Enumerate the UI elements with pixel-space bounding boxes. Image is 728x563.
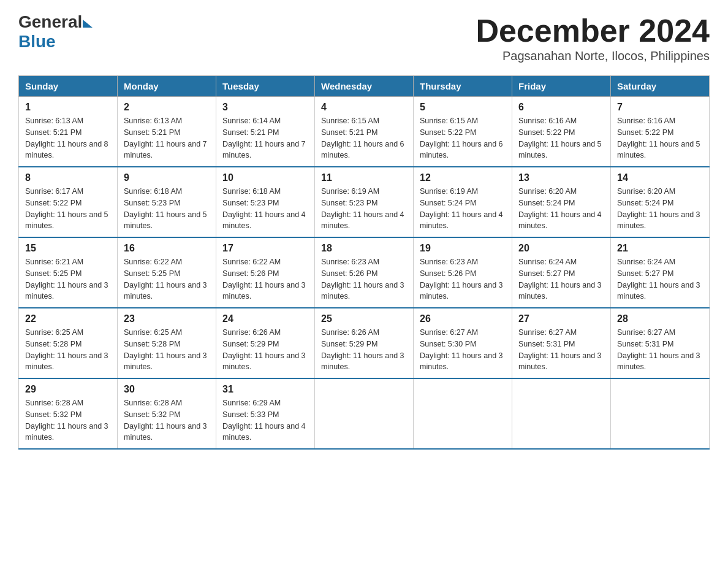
- calendar-cell: 27Sunrise: 6:27 AMSunset: 5:31 PMDayligh…: [512, 308, 611, 378]
- day-info: Sunrise: 6:16 AMSunset: 5:22 PMDaylight:…: [518, 115, 604, 161]
- day-info: Sunrise: 6:28 AMSunset: 5:32 PMDaylight:…: [124, 397, 210, 443]
- calendar-table: SundayMondayTuesdayWednesdayThursdayFrid…: [18, 75, 710, 450]
- day-info: Sunrise: 6:15 AMSunset: 5:22 PMDaylight:…: [420, 115, 506, 161]
- day-info: Sunrise: 6:22 AMSunset: 5:25 PMDaylight:…: [124, 256, 210, 302]
- calendar-cell: 29Sunrise: 6:28 AMSunset: 5:32 PMDayligh…: [19, 378, 118, 449]
- day-number: 19: [420, 243, 506, 254]
- calendar-cell: 11Sunrise: 6:19 AMSunset: 5:23 PMDayligh…: [315, 167, 414, 237]
- day-number: 29: [25, 384, 111, 395]
- calendar-cell: [611, 378, 710, 449]
- day-number: 27: [518, 313, 604, 324]
- day-info: Sunrise: 6:26 AMSunset: 5:29 PMDaylight:…: [222, 327, 308, 373]
- calendar-cell: [315, 378, 414, 449]
- day-info: Sunrise: 6:20 AMSunset: 5:24 PMDaylight:…: [617, 186, 703, 232]
- day-number: 17: [222, 243, 308, 254]
- day-number: 1: [25, 102, 111, 113]
- day-number: 28: [617, 313, 703, 324]
- day-info: Sunrise: 6:18 AMSunset: 5:23 PMDaylight:…: [222, 186, 308, 232]
- day-number: 2: [124, 102, 210, 113]
- day-number: 16: [124, 243, 210, 254]
- calendar-cell: 25Sunrise: 6:26 AMSunset: 5:29 PMDayligh…: [315, 308, 414, 378]
- day-number: 4: [321, 102, 407, 113]
- day-number: 18: [321, 243, 407, 254]
- calendar-week-row: 1Sunrise: 6:13 AMSunset: 5:21 PMDaylight…: [19, 97, 710, 167]
- calendar-cell: 7Sunrise: 6:16 AMSunset: 5:22 PMDaylight…: [611, 97, 710, 167]
- calendar-week-row: 8Sunrise: 6:17 AMSunset: 5:22 PMDaylight…: [19, 167, 710, 237]
- calendar-cell: 26Sunrise: 6:27 AMSunset: 5:30 PMDayligh…: [414, 308, 512, 378]
- day-info: Sunrise: 6:20 AMSunset: 5:24 PMDaylight:…: [518, 186, 604, 232]
- day-info: Sunrise: 6:22 AMSunset: 5:26 PMDaylight:…: [222, 256, 308, 302]
- calendar-cell: 16Sunrise: 6:22 AMSunset: 5:25 PMDayligh…: [118, 237, 216, 308]
- page-header: General Blue December 2024 Pagsanahan No…: [18, 12, 710, 63]
- day-info: Sunrise: 6:27 AMSunset: 5:31 PMDaylight:…: [617, 327, 703, 373]
- logo-arrow-icon: [83, 20, 93, 28]
- day-number: 26: [420, 313, 506, 324]
- day-info: Sunrise: 6:21 AMSunset: 5:25 PMDaylight:…: [25, 256, 111, 302]
- column-header-tuesday: Tuesday: [216, 76, 315, 97]
- day-number: 22: [25, 313, 111, 324]
- day-number: 12: [420, 172, 506, 183]
- day-number: 6: [518, 102, 604, 113]
- calendar-cell: 24Sunrise: 6:26 AMSunset: 5:29 PMDayligh…: [216, 308, 315, 378]
- calendar-cell: [414, 378, 512, 449]
- day-info: Sunrise: 6:25 AMSunset: 5:28 PMDaylight:…: [124, 327, 210, 373]
- calendar-cell: 19Sunrise: 6:23 AMSunset: 5:26 PMDayligh…: [414, 237, 512, 308]
- day-info: Sunrise: 6:17 AMSunset: 5:22 PMDaylight:…: [25, 186, 111, 232]
- calendar-cell: 28Sunrise: 6:27 AMSunset: 5:31 PMDayligh…: [611, 308, 710, 378]
- calendar-cell: 22Sunrise: 6:25 AMSunset: 5:28 PMDayligh…: [19, 308, 118, 378]
- calendar-cell: 31Sunrise: 6:29 AMSunset: 5:33 PMDayligh…: [216, 378, 315, 449]
- calendar-cell: [512, 378, 611, 449]
- column-header-friday: Friday: [512, 76, 611, 97]
- day-info: Sunrise: 6:15 AMSunset: 5:21 PMDaylight:…: [321, 115, 407, 161]
- calendar-cell: 3Sunrise: 6:14 AMSunset: 5:21 PMDaylight…: [216, 97, 315, 167]
- day-info: Sunrise: 6:24 AMSunset: 5:27 PMDaylight:…: [617, 256, 703, 302]
- day-info: Sunrise: 6:13 AMSunset: 5:21 PMDaylight:…: [25, 115, 111, 161]
- calendar-cell: 15Sunrise: 6:21 AMSunset: 5:25 PMDayligh…: [19, 237, 118, 308]
- title-area: December 2024 Pagsanahan Norte, Ilocos, …: [476, 12, 710, 63]
- day-number: 24: [222, 313, 308, 324]
- day-number: 9: [124, 172, 210, 183]
- day-info: Sunrise: 6:27 AMSunset: 5:30 PMDaylight:…: [420, 327, 506, 373]
- calendar-cell: 9Sunrise: 6:18 AMSunset: 5:23 PMDaylight…: [118, 167, 216, 237]
- day-info: Sunrise: 6:14 AMSunset: 5:21 PMDaylight:…: [222, 115, 308, 161]
- calendar-cell: 21Sunrise: 6:24 AMSunset: 5:27 PMDayligh…: [611, 237, 710, 308]
- day-number: 25: [321, 313, 407, 324]
- day-number: 30: [124, 384, 210, 395]
- location-subtitle: Pagsanahan Norte, Ilocos, Philippines: [476, 49, 710, 63]
- day-info: Sunrise: 6:18 AMSunset: 5:23 PMDaylight:…: [124, 186, 210, 232]
- day-info: Sunrise: 6:29 AMSunset: 5:33 PMDaylight:…: [222, 397, 308, 443]
- calendar-cell: 14Sunrise: 6:20 AMSunset: 5:24 PMDayligh…: [611, 167, 710, 237]
- day-info: Sunrise: 6:19 AMSunset: 5:23 PMDaylight:…: [321, 186, 407, 232]
- column-header-monday: Monday: [118, 76, 216, 97]
- day-number: 10: [222, 172, 308, 183]
- calendar-cell: 13Sunrise: 6:20 AMSunset: 5:24 PMDayligh…: [512, 167, 611, 237]
- day-number: 8: [25, 172, 111, 183]
- day-info: Sunrise: 6:26 AMSunset: 5:29 PMDaylight:…: [321, 327, 407, 373]
- column-header-thursday: Thursday: [414, 76, 512, 97]
- day-number: 13: [518, 172, 604, 183]
- calendar-week-row: 29Sunrise: 6:28 AMSunset: 5:32 PMDayligh…: [19, 378, 710, 449]
- day-info: Sunrise: 6:13 AMSunset: 5:21 PMDaylight:…: [124, 115, 210, 161]
- column-header-saturday: Saturday: [611, 76, 710, 97]
- calendar-cell: 30Sunrise: 6:28 AMSunset: 5:32 PMDayligh…: [118, 378, 216, 449]
- calendar-cell: 5Sunrise: 6:15 AMSunset: 5:22 PMDaylight…: [414, 97, 512, 167]
- day-info: Sunrise: 6:23 AMSunset: 5:26 PMDaylight:…: [321, 256, 407, 302]
- logo: General Blue: [18, 12, 93, 52]
- day-number: 3: [222, 102, 308, 113]
- day-number: 11: [321, 172, 407, 183]
- calendar-cell: 1Sunrise: 6:13 AMSunset: 5:21 PMDaylight…: [19, 97, 118, 167]
- calendar-cell: 10Sunrise: 6:18 AMSunset: 5:23 PMDayligh…: [216, 167, 315, 237]
- logo-blue-text: Blue: [18, 32, 56, 52]
- day-info: Sunrise: 6:23 AMSunset: 5:26 PMDaylight:…: [420, 256, 506, 302]
- month-year-title: December 2024: [476, 12, 710, 49]
- day-info: Sunrise: 6:28 AMSunset: 5:32 PMDaylight:…: [25, 397, 111, 443]
- day-info: Sunrise: 6:27 AMSunset: 5:31 PMDaylight:…: [518, 327, 604, 373]
- day-info: Sunrise: 6:25 AMSunset: 5:28 PMDaylight:…: [25, 327, 111, 373]
- day-number: 31: [222, 384, 308, 395]
- day-number: 15: [25, 243, 111, 254]
- day-number: 21: [617, 243, 703, 254]
- day-info: Sunrise: 6:24 AMSunset: 5:27 PMDaylight:…: [518, 256, 604, 302]
- calendar-cell: 2Sunrise: 6:13 AMSunset: 5:21 PMDaylight…: [118, 97, 216, 167]
- day-number: 14: [617, 172, 703, 183]
- calendar-cell: 23Sunrise: 6:25 AMSunset: 5:28 PMDayligh…: [118, 308, 216, 378]
